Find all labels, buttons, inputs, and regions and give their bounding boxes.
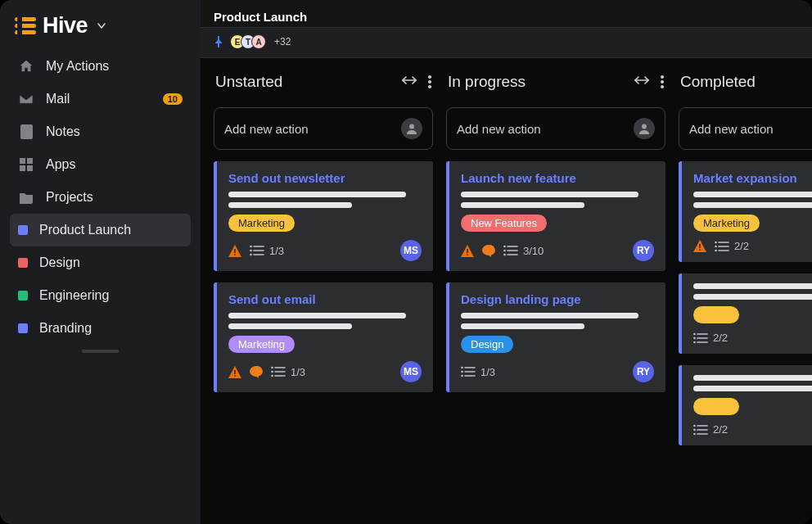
action-card[interactable]: Market expansionMarketing2/2 xyxy=(679,161,812,262)
pin-icon[interactable] xyxy=(214,36,223,47)
checklist-count[interactable]: 1/3 xyxy=(271,366,305,378)
card-body-placeholder xyxy=(461,192,654,208)
svg-point-63 xyxy=(693,341,696,343)
action-card[interactable]: 2/2 xyxy=(679,273,812,354)
svg-point-69 xyxy=(693,432,696,435)
nav-label: Projects xyxy=(46,190,93,205)
svg-point-40 xyxy=(503,246,506,248)
nav-notes[interactable]: Notes xyxy=(10,115,191,148)
assign-person-icon[interactable] xyxy=(634,118,655,139)
column-title: In progress xyxy=(448,73,526,91)
card-title: Send out newsletter xyxy=(228,171,422,185)
avatar: A xyxy=(251,34,266,49)
board-column: CompletedAdd new actionMarket expansionM… xyxy=(679,71,812,511)
svg-rect-22 xyxy=(234,370,236,374)
add-action-label: Add new action xyxy=(224,122,309,136)
member-avatars[interactable]: E T A xyxy=(230,34,266,49)
action-card[interactable]: Send out emailMarketing1/3MS xyxy=(214,282,433,392)
nav-design[interactable]: Design xyxy=(10,246,191,279)
board-wrap: UnstartedAdd new actionSend out newslett… xyxy=(201,58,812,524)
column-header: In progress xyxy=(446,71,665,96)
svg-rect-4 xyxy=(20,124,33,139)
column-menu-icon[interactable] xyxy=(428,75,431,88)
assignee-avatar[interactable]: MS xyxy=(400,361,422,382)
nav-label: Product Launch xyxy=(39,223,131,237)
column-expand-icon[interactable] xyxy=(402,75,417,88)
svg-point-48 xyxy=(461,375,463,377)
column-expand-icon[interactable] xyxy=(634,75,649,88)
project-color-icon xyxy=(18,291,28,300)
card-body-placeholder xyxy=(693,375,812,391)
svg-point-41 xyxy=(503,250,506,252)
assignee-avatar[interactable]: RY xyxy=(633,361,654,382)
board-column: In progressAdd new actionLaunch new feat… xyxy=(446,71,665,511)
nav-label: Branding xyxy=(39,321,92,336)
card-tag: New Features xyxy=(461,215,547,232)
action-card[interactable]: Design landing pageDesign1/3RY xyxy=(446,282,665,392)
project-color-icon xyxy=(18,225,28,235)
nav-apps[interactable]: Apps xyxy=(10,148,191,181)
svg-point-47 xyxy=(461,371,463,373)
card-body-placeholder xyxy=(228,192,422,208)
brand[interactable]: Hive xyxy=(0,5,201,50)
add-action-button[interactable]: Add new action xyxy=(214,107,433,150)
svg-rect-6 xyxy=(27,158,33,164)
topbar: Product Launch xyxy=(201,0,812,28)
comment-icon[interactable] xyxy=(250,366,263,378)
svg-point-55 xyxy=(715,241,717,243)
action-card[interactable]: Send out newsletterMarketing1/3MS xyxy=(214,161,433,271)
checklist-count[interactable]: 2/2 xyxy=(715,240,749,252)
svg-point-27 xyxy=(271,367,273,369)
checklist-count[interactable]: 2/2 xyxy=(693,332,728,344)
nav-projects[interactable]: Projects xyxy=(10,181,191,214)
brand-caret-icon[interactable] xyxy=(97,23,106,29)
checklist-count[interactable]: 1/3 xyxy=(250,245,284,257)
svg-rect-36 xyxy=(467,254,468,255)
svg-rect-5 xyxy=(20,158,25,164)
svg-point-20 xyxy=(250,250,252,252)
action-card[interactable]: 2/2 xyxy=(679,365,812,445)
assignee-avatar[interactable]: RY xyxy=(633,240,654,261)
assignee-avatar[interactable]: MS xyxy=(400,240,422,261)
brand-name: Hive xyxy=(43,13,88,38)
nav-label: Apps xyxy=(46,157,75,172)
svg-point-62 xyxy=(693,337,696,339)
add-action-button[interactable]: Add new action xyxy=(446,107,665,150)
svg-point-32 xyxy=(661,80,664,84)
checklist-count[interactable]: 3/10 xyxy=(503,245,544,257)
svg-point-56 xyxy=(715,245,717,247)
board-column: UnstartedAdd new actionSend out newslett… xyxy=(214,71,433,511)
nav-mail[interactable]: Mail 10 xyxy=(10,83,191,115)
nav-label: Engineering xyxy=(39,288,109,303)
svg-point-21 xyxy=(250,254,252,256)
svg-point-11 xyxy=(428,80,431,84)
nav-label: Notes xyxy=(46,124,80,139)
home-icon xyxy=(18,58,34,75)
nav-label: Mail xyxy=(46,92,70,106)
column-title: Completed xyxy=(680,73,756,91)
comment-icon[interactable] xyxy=(482,245,495,257)
svg-rect-7 xyxy=(20,165,25,171)
checklist-count[interactable]: 1/3 xyxy=(461,366,495,378)
action-card[interactable]: Launch new featureNew Features3/10RY xyxy=(446,161,665,271)
svg-rect-51 xyxy=(699,249,701,251)
nav: My Actions Mail 10 Notes Apps xyxy=(0,50,201,351)
checklist-count[interactable]: 2/2 xyxy=(693,423,728,436)
svg-point-33 xyxy=(661,85,664,88)
notes-icon xyxy=(18,124,34,140)
nav-engineering[interactable]: Engineering xyxy=(10,279,191,312)
svg-point-13 xyxy=(409,124,414,129)
svg-point-10 xyxy=(428,75,431,79)
column-menu-icon[interactable] xyxy=(661,75,664,88)
nav-product-launch[interactable]: Product Launch xyxy=(10,214,191,246)
page-title: Product Launch xyxy=(214,10,799,24)
add-action-label: Add new action xyxy=(689,122,774,136)
add-action-button[interactable]: Add new action xyxy=(679,107,812,150)
nav-my-actions[interactable]: My Actions xyxy=(10,50,191,83)
assign-person-icon[interactable] xyxy=(401,118,422,139)
nav-scrollbar[interactable] xyxy=(25,350,176,351)
nav-branding[interactable]: Branding xyxy=(10,312,191,345)
alert-icon xyxy=(228,366,241,378)
member-more-count[interactable]: +32 xyxy=(274,36,291,47)
card-body-placeholder xyxy=(693,192,812,208)
